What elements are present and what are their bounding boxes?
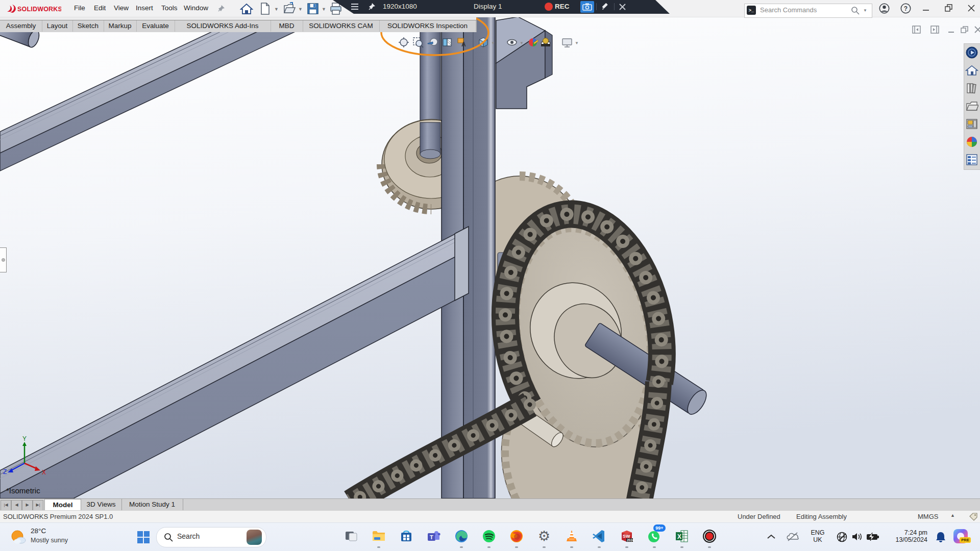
view-settings-icon[interactable] bbox=[561, 37, 573, 48]
copilot-icon[interactable]: PRE bbox=[953, 529, 969, 544]
tab-scroll-last[interactable]: ▶| bbox=[33, 500, 43, 511]
tab-layout[interactable]: Layout bbox=[42, 20, 73, 32]
recorder-pin-icon[interactable] bbox=[368, 3, 376, 11]
menu-window[interactable]: Window bbox=[184, 4, 208, 12]
recorder-close-icon[interactable] bbox=[619, 3, 626, 11]
view-settings-dropdown-arrow[interactable]: ▼ bbox=[575, 41, 579, 45]
search-magnifier-icon[interactable] bbox=[851, 6, 860, 15]
firefox-icon[interactable] bbox=[509, 529, 524, 543]
tab-solidworks-inspection[interactable]: SOLIDWORKS Inspection bbox=[379, 20, 476, 32]
edit-appearance-icon[interactable] bbox=[528, 37, 539, 48]
tab-markup[interactable]: Markup bbox=[104, 20, 137, 32]
window-restore-icon[interactable] bbox=[944, 4, 953, 13]
vlc-icon[interactable] bbox=[565, 529, 579, 543]
tab-scroll-next[interactable]: ▶ bbox=[22, 500, 33, 511]
apply-scene-icon[interactable] bbox=[540, 37, 551, 48]
doc-close-icon[interactable] bbox=[973, 24, 980, 35]
command-manager-tab-row: Assembly Layout Sketch Markup Evaluate S… bbox=[0, 17, 476, 32]
hide-show-eye-icon[interactable] bbox=[506, 37, 518, 48]
svg-text:?: ? bbox=[904, 5, 908, 12]
whatsapp-badge: 99+ bbox=[653, 524, 666, 532]
save-icon[interactable] bbox=[306, 2, 320, 15]
help-icon[interactable]: ? bbox=[900, 3, 911, 14]
battery-charging-icon[interactable] bbox=[866, 532, 879, 541]
search-commands-box[interactable]: >_ Search Commands ▼ bbox=[744, 4, 872, 18]
window-close-icon[interactable] bbox=[967, 4, 976, 13]
design-library-icon[interactable] bbox=[965, 82, 978, 95]
tab-solidworks-cam[interactable]: SOLIDWORKS CAM bbox=[303, 20, 380, 32]
status-tag-icon[interactable] bbox=[969, 512, 978, 521]
open-document-dropdown[interactable]: ▼ bbox=[298, 7, 303, 12]
feature-panel-collapsed-tab[interactable] bbox=[0, 247, 7, 272]
file-explorer-taskbar-icon[interactable] bbox=[372, 529, 386, 543]
record-button-icon[interactable] bbox=[702, 529, 717, 543]
taskbar-weather-widget[interactable]: 28°C Mostly sunny bbox=[9, 526, 91, 548]
status-units[interactable]: MMGS bbox=[918, 513, 938, 520]
network-globe-icon[interactable] bbox=[836, 531, 848, 543]
settings-icon[interactable]: ⚙ bbox=[537, 529, 551, 543]
excel-icon[interactable]: X bbox=[675, 529, 689, 543]
edge-icon[interactable] bbox=[454, 529, 469, 543]
triad-x-label: X bbox=[42, 469, 46, 476]
home-icon[interactable] bbox=[965, 64, 978, 77]
window-minimize-icon[interactable] bbox=[922, 4, 931, 13]
doc-minimize-icon[interactable] bbox=[946, 24, 957, 35]
onedrive-paused-icon[interactable] bbox=[786, 531, 799, 542]
tab-assembly[interactable]: Assembly bbox=[0, 20, 42, 32]
vscode-icon[interactable] bbox=[592, 529, 606, 543]
microsoft-store-icon[interactable] bbox=[399, 529, 413, 543]
menu-tools[interactable]: Tools bbox=[161, 4, 178, 12]
tray-language[interactable]: ENG UK bbox=[810, 529, 825, 543]
running-dot-vscode bbox=[598, 546, 601, 548]
notification-bell-icon[interactable] bbox=[935, 531, 946, 543]
collapse-right-icon[interactable] bbox=[930, 24, 940, 35]
appearances-scenes-icon[interactable] bbox=[965, 135, 978, 148]
taskbar-search[interactable]: Search bbox=[156, 527, 266, 547]
new-document-dropdown[interactable]: ▼ bbox=[274, 7, 279, 12]
new-document-icon[interactable] bbox=[258, 2, 272, 15]
tray-clock[interactable]: 7:24 pm 13/05/2024 bbox=[886, 529, 927, 543]
tab-evaluate[interactable]: Evaluate bbox=[136, 20, 175, 32]
volume-icon[interactable] bbox=[851, 532, 864, 542]
recorder-pencil-icon[interactable] bbox=[601, 3, 609, 11]
menu-insert[interactable]: Insert bbox=[136, 4, 153, 12]
menu-edit[interactable]: Edit bbox=[94, 4, 106, 12]
tab-sketch[interactable]: Sketch bbox=[72, 20, 104, 32]
teams-icon[interactable]: T bbox=[427, 529, 441, 543]
running-dot-excel bbox=[680, 546, 683, 548]
file-explorer-icon[interactable] bbox=[965, 99, 978, 113]
collapse-left-icon[interactable] bbox=[912, 24, 922, 35]
tray-chevron-icon[interactable] bbox=[766, 533, 777, 540]
svg-text:T: T bbox=[430, 534, 433, 540]
solidworks-resources-icon[interactable] bbox=[965, 46, 978, 59]
menu-file[interactable]: File bbox=[74, 4, 85, 12]
tab-motion-study[interactable]: Motion Study 1 bbox=[121, 499, 183, 510]
hide-show-dropdown-arrow[interactable]: ▼ bbox=[520, 41, 524, 45]
search-dropdown-arrow[interactable]: ▼ bbox=[863, 8, 867, 13]
recording-red-dot bbox=[545, 3, 553, 11]
tab-3d-views[interactable]: 3D Views bbox=[81, 499, 122, 510]
tab-model[interactable]: Model bbox=[44, 499, 81, 511]
start-button[interactable] bbox=[137, 531, 150, 544]
save-dropdown[interactable]: ▼ bbox=[322, 7, 326, 12]
menu-view[interactable]: View bbox=[114, 4, 129, 12]
spotify-icon[interactable] bbox=[482, 529, 496, 543]
solidworks-taskbar-icon[interactable]: SW2024 bbox=[620, 529, 634, 543]
screenshot-camera-button[interactable] bbox=[580, 1, 594, 13]
open-document-icon[interactable] bbox=[283, 2, 296, 15]
task-view-icon[interactable] bbox=[344, 529, 358, 543]
custom-properties-icon[interactable] bbox=[965, 153, 978, 166]
home-toolbar-icon[interactable] bbox=[240, 2, 253, 15]
user-account-icon[interactable] bbox=[879, 3, 890, 14]
view-palette-icon[interactable] bbox=[965, 117, 978, 131]
whatsapp-icon[interactable]: 99+ bbox=[647, 529, 662, 543]
units-dropdown-arrow[interactable]: ▲ bbox=[950, 513, 955, 518]
tab-solidworks-add-ins[interactable]: SOLIDWORKS Add-Ins bbox=[175, 20, 271, 32]
doc-restore-icon[interactable] bbox=[960, 24, 970, 35]
tab-scroll-prev[interactable]: ◀ bbox=[11, 500, 22, 511]
tab-mbd[interactable]: MBD bbox=[271, 20, 303, 32]
3d-viewport[interactable]: Y Z X bbox=[0, 17, 980, 498]
recorder-menu-icon[interactable] bbox=[351, 3, 359, 11]
tab-scroll-first[interactable]: |◀ bbox=[1, 500, 11, 511]
pin-menu-icon[interactable] bbox=[216, 4, 226, 13]
